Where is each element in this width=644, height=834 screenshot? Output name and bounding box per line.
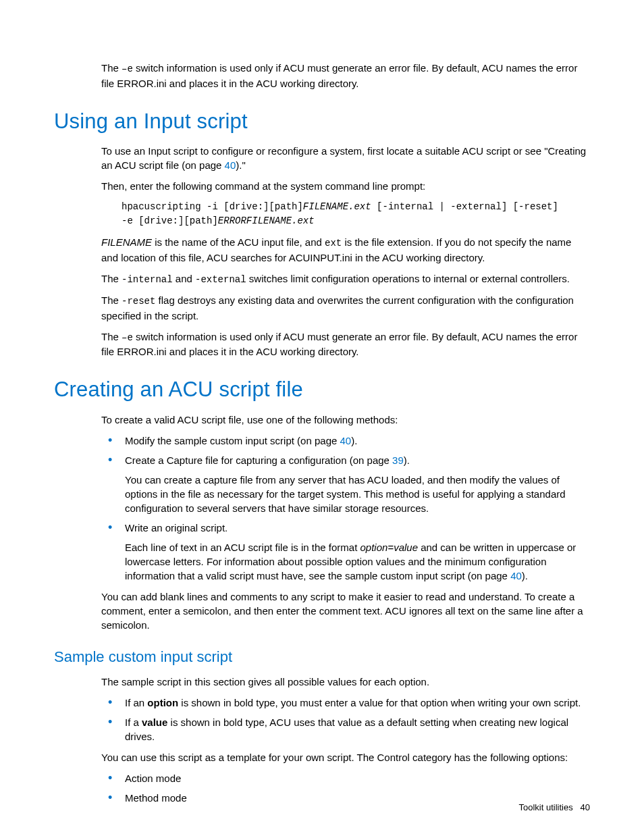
list-item: Create a Capture file for capturing a co…	[101, 453, 590, 515]
paragraph: FILENAME is the name of the ACU input fi…	[101, 235, 590, 265]
page-footer: Toolkit utilities 40	[518, 802, 590, 814]
inline-code: -external	[195, 274, 246, 285]
text: The	[101, 62, 122, 74]
section-creating-acu-script: To create a valid ACU script file, use o…	[101, 413, 590, 632]
code-line: -e [drive:][path]ERRORFILENAME.ext	[122, 214, 590, 228]
text: switch information is used only if ACU m…	[101, 331, 577, 358]
text: =	[387, 542, 394, 553]
inline-code: -internal	[122, 274, 173, 285]
heading-using-input-script: Using an Input script	[54, 107, 590, 136]
list-item: If an option is shown in bold type, you …	[101, 696, 590, 710]
page-link-40[interactable]: 40	[225, 159, 236, 171]
inline-code: –e	[122, 332, 133, 343]
code-text: [-internal | -external] [-reset]	[371, 201, 558, 212]
bold-text: value	[142, 716, 167, 728]
list-item: If a value is shown in bold type, ACU us…	[101, 715, 590, 744]
code-text: hpacuscripting -i [drive:][path]	[122, 201, 303, 212]
text: is shown in bold type, ACU uses that val…	[125, 716, 568, 742]
intro-paragraph-block: The –e switch information is used only i…	[101, 61, 590, 90]
list-item-detail: Each line of text in an ACU script file …	[125, 540, 590, 583]
page-link-40[interactable]: 40	[340, 435, 352, 446]
bold-text: option	[147, 697, 178, 708]
section-using-input-script: To use an Input script to configure or r…	[101, 144, 590, 359]
page-link-39[interactable]: 39	[392, 454, 404, 466]
paragraph: The -reset flag destroys any existing da…	[101, 293, 590, 323]
code-text: -e [drive:][path]	[122, 215, 218, 226]
italic-text: FILENAME	[101, 236, 152, 248]
paragraph: The sample script in this section gives …	[101, 675, 590, 689]
list-item: Action mode	[101, 771, 590, 785]
list-item: Modify the sample custom input script (o…	[101, 434, 590, 448]
paragraph: The -internal and -external switches lim…	[101, 271, 590, 287]
italic-text: value	[394, 542, 418, 553]
paragraph: Then, enter the following command at the…	[101, 179, 590, 193]
text: The	[101, 294, 122, 306]
text: ).	[404, 454, 410, 466]
text: is shown in bold type, you must enter a …	[178, 697, 581, 708]
text: and	[173, 273, 195, 284]
list-item: Method mode	[101, 791, 590, 805]
code-line: hpacuscripting -i [drive:][path]FILENAME…	[122, 200, 590, 214]
bullet-list: If an option is shown in bold type, you …	[101, 696, 590, 744]
inline-code: –e	[122, 63, 133, 74]
paragraph: You can add blank lines and comments to …	[101, 590, 590, 632]
text: To use an Input script to configure or r…	[101, 145, 586, 171]
text: switch information is used only if ACU m…	[101, 62, 577, 89]
text: The	[101, 331, 122, 342]
list-item-detail: You can create a capture file from any s…	[125, 473, 590, 515]
text: )."	[236, 159, 246, 171]
inline-code: ext	[325, 238, 342, 249]
code-italic: ERRORFILENAME.ext	[218, 215, 315, 226]
footer-page-number: 40	[581, 802, 590, 812]
code-block: hpacuscripting -i [drive:][path]FILENAME…	[122, 200, 590, 228]
text: Create a Capture file for capturing a co…	[125, 454, 392, 466]
text: switches limit configuration operations …	[246, 273, 570, 284]
bullet-list: Modify the sample custom input script (o…	[101, 434, 590, 583]
text: ).	[522, 570, 528, 581]
text: If an	[125, 697, 147, 708]
document-page: The –e switch information is used only i…	[0, 0, 644, 834]
text: Each line of text in an ACU script file …	[125, 542, 360, 553]
text: is the name of the ACU input file, and	[152, 236, 325, 248]
text: ).	[351, 435, 357, 446]
section-sample-script: The sample script in this section gives …	[101, 675, 590, 805]
heading-sample-custom-input-script: Sample custom input script	[54, 647, 590, 668]
paragraph: You can use this script as a template fo…	[101, 750, 590, 764]
italic-text: option	[360, 542, 388, 553]
text: If a	[125, 716, 142, 728]
text: flag destroys any existing data and over…	[101, 294, 574, 321]
paragraph: The –e switch information is used only i…	[101, 330, 590, 359]
code-italic: FILENAME.ext	[303, 201, 371, 212]
intro-paragraph: The –e switch information is used only i…	[101, 61, 590, 90]
text: Write an original script.	[125, 522, 227, 533]
footer-label: Toolkit utilities	[518, 802, 572, 812]
bullet-list: Action mode Method mode	[101, 771, 590, 805]
text: Modify the sample custom input script (o…	[125, 435, 340, 446]
text: The	[101, 273, 122, 284]
heading-creating-acu-script: Creating an ACU script file	[54, 375, 590, 404]
paragraph: To create a valid ACU script file, use o…	[101, 413, 590, 427]
page-link-40[interactable]: 40	[510, 570, 522, 581]
list-item: Write an original script. Each line of t…	[101, 521, 590, 583]
paragraph: To use an Input script to configure or r…	[101, 144, 590, 172]
inline-code: -reset	[122, 296, 155, 307]
